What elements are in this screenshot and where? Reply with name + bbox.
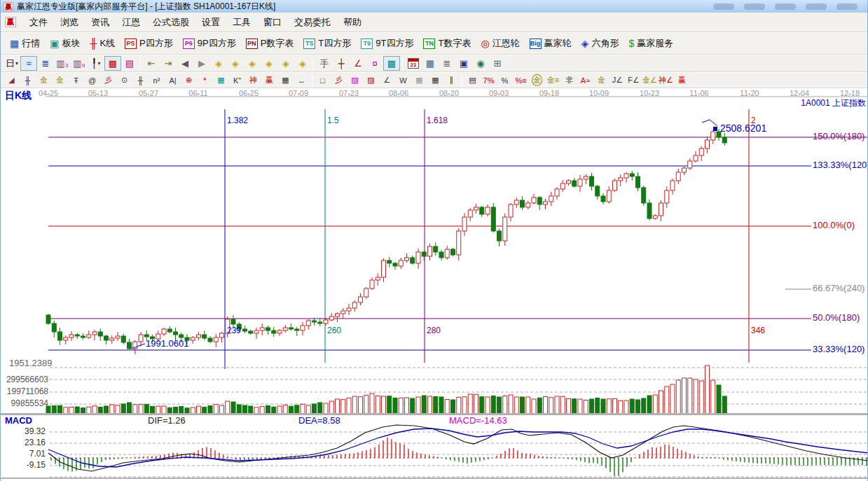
9t-square-button[interactable]: T99T四方形 [356, 35, 418, 52]
macd-title[interactable]: MACD [5, 416, 32, 425]
menu-item-7[interactable]: 窗口 [257, 14, 288, 31]
fan-box-1-icon[interactable]: ▨ [347, 74, 363, 87]
titlebar-control-2[interactable] [744, 4, 765, 10]
f-angle-icon[interactable]: F∠ [626, 74, 642, 87]
diamond-left-icon[interactable]: ◈ [210, 56, 227, 71]
gold-circle-icon[interactable]: 金 [529, 74, 545, 87]
quotes-button[interactable]: ▦行情 [5, 35, 45, 52]
pattern-teal-icon[interactable]: ▩ [383, 56, 400, 71]
menu-item-3[interactable]: 江恩 [116, 14, 146, 31]
grid-plain-icon[interactable]: ▦ [411, 74, 427, 87]
9p-square-button[interactable]: P99P四方形 [178, 35, 241, 52]
diamond-cross-icon[interactable]: ◈ [294, 56, 311, 71]
menu-item-9[interactable]: 帮助 [337, 14, 368, 31]
star-web-icon[interactable]: ＊ [197, 74, 213, 87]
bar-brush-icon[interactable]: 非 [561, 74, 577, 87]
calculator-icon[interactable]: ▦ [422, 56, 439, 71]
grid-web-icon[interactable]: ▦ [213, 74, 229, 87]
crosshair-tool-icon[interactable]: ┼ [333, 56, 350, 71]
kline-button[interactable]: ╫K线 [85, 35, 120, 52]
p-square-button[interactable]: PSP四方形 [120, 35, 178, 52]
diamond-x-icon[interactable]: ◈ [261, 56, 277, 71]
pattern-red-icon[interactable]: ▩ [104, 56, 121, 71]
compass-icon[interactable]: ◢ [4, 74, 20, 87]
hand-tool-icon[interactable]: 手 [316, 56, 333, 71]
a-line-icon[interactable]: A| [165, 74, 181, 87]
f-fence-icon[interactable]: Ŧ [68, 74, 84, 87]
note-tool-icon[interactable]: ≣ [37, 56, 54, 71]
k-mark-icon[interactable]: K" [229, 74, 245, 87]
parallel-lines-icon[interactable]: ∥ [443, 74, 460, 87]
angle-measure-icon[interactable]: ∠ [350, 56, 366, 71]
fan-box-2-icon[interactable]: ▨ [363, 74, 379, 87]
web-save-icon[interactable]: ◉ [472, 56, 489, 71]
span-arrow-icon[interactable]: ↔ [294, 74, 310, 87]
percent-lines-icon[interactable]: %≡ [513, 74, 529, 87]
n-square-icon[interactable]: n² [149, 74, 165, 87]
winner-service-button[interactable]: $赢家服务 [624, 35, 678, 52]
t-table-button[interactable]: TNT数字表 [418, 35, 476, 52]
bars-9-icon[interactable]: ▥₉ [71, 56, 88, 71]
spiral-icon[interactable]: @ [84, 74, 100, 87]
gold-fence-1-icon[interactable]: 金 [36, 74, 52, 87]
ruler-icon[interactable]: ▤ [464, 74, 481, 87]
kline-chart-canvas[interactable] [1, 88, 868, 481]
gann-fan-icon[interactable]: 彡 [331, 74, 347, 87]
ying-tool-icon[interactable]: 赢 [261, 74, 277, 87]
profile-histogram-icon[interactable]: ▤ [121, 56, 138, 71]
workstation-icon[interactable]: ⊞ [489, 56, 506, 71]
a-wave-icon[interactable]: A≈ [577, 74, 593, 87]
save-icon[interactable]: ▣ [455, 56, 472, 71]
percent-k-icon[interactable]: 7% [481, 74, 497, 87]
menu-item-0[interactable]: 文件 [23, 14, 54, 31]
gann-drawing-icon[interactable]: ¤ [366, 56, 383, 71]
skip-start-icon[interactable]: ⇤ [143, 56, 160, 71]
skip-end-icon[interactable]: ⇥ [160, 56, 177, 71]
menu-item-1[interactable]: 浏览 [54, 14, 85, 31]
square-tool-icon[interactable]: □ [315, 74, 331, 87]
j-angle-icon[interactable]: J∠ [609, 74, 626, 87]
t-square-button[interactable]: TST四方形 [298, 35, 356, 52]
gold-lines-icon[interactable]: 金≡ [545, 74, 561, 87]
grid-123-icon[interactable]: ▦ [277, 74, 294, 87]
period-label[interactable]: 日K线 [5, 91, 32, 100]
shen-angle-icon[interactable]: 神∠ [658, 74, 674, 87]
zigzag-icon[interactable]: W [395, 74, 411, 87]
period-candle-icon[interactable]: 日▾ [4, 56, 20, 71]
time-clock-icon[interactable]: ⊙ [116, 74, 132, 87]
gann-wheel-button[interactable]: ◎江恩轮 [476, 35, 524, 52]
titlebar-control-5[interactable] [836, 4, 857, 10]
menu-item-5[interactable]: 设置 [195, 14, 226, 31]
grid-arrow-icon[interactable]: ▦ [427, 74, 443, 87]
angle-lines-icon[interactable]: ∠ [379, 74, 395, 87]
sectors-button[interactable]: ▣板块 [45, 35, 85, 52]
hexagon-button[interactable]: ◈六角形 [577, 35, 624, 52]
candle-style-icon[interactable]: ╿▾ [88, 56, 104, 71]
p-table-button[interactable]: PNP数字表 [241, 35, 299, 52]
ying-angle-icon[interactable]: 赢 [674, 74, 690, 87]
circle-cross-icon[interactable]: ⊕ [181, 74, 197, 87]
menu-item-4[interactable]: 公式选股 [146, 14, 195, 31]
bars-3-icon[interactable]: ▥₃ [54, 56, 71, 71]
gold-angle-icon[interactable]: 金∠ [642, 74, 658, 87]
percent-icon[interactable]: % [497, 74, 513, 87]
brush-red-icon[interactable]: 彡 [100, 74, 116, 87]
step-back-icon[interactable]: ◀ [177, 56, 193, 71]
diamond-h-icon[interactable]: ◈ [244, 56, 261, 71]
menu-item-6[interactable]: 工具 [226, 14, 257, 31]
titlebar-control-4[interactable] [806, 4, 827, 10]
notebook-icon[interactable]: ≣ [439, 56, 455, 71]
step-forward-icon[interactable]: ▶ [193, 56, 210, 71]
menu-item-8[interactable]: 交易委托 [288, 14, 337, 31]
diamond-star-icon[interactable]: ◈ [277, 56, 294, 71]
winner-wheel-button[interactable]: Big赢家轮 [525, 35, 577, 52]
shen-tool-icon[interactable]: 神 [245, 74, 261, 87]
titlebar-control-1[interactable] [713, 4, 734, 10]
menu-item-2[interactable]: 资讯 [85, 14, 116, 31]
gold-under-icon[interactable]: 金 [593, 74, 609, 87]
fence-2-icon[interactable]: ╫ [132, 74, 149, 87]
gold-fence-2-icon[interactable]: 金 [52, 74, 68, 87]
titlebar-control-3[interactable] [775, 4, 796, 10]
fence-icon[interactable]: ╫ [20, 74, 36, 87]
diamond-right-icon[interactable]: ◈ [227, 56, 244, 71]
